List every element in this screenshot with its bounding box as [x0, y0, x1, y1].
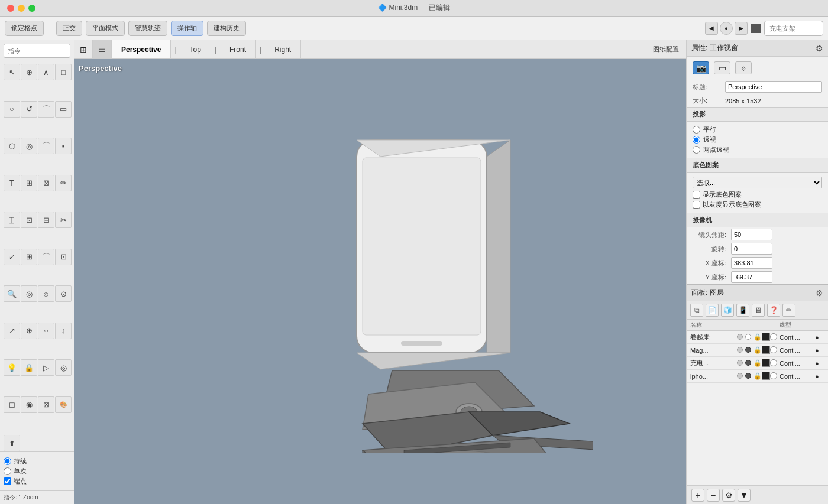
x-coord-input[interactable] [731, 257, 772, 269]
color-tool[interactable]: 🎨 [55, 396, 72, 413]
polygon-tool[interactable]: ⬡ [4, 138, 20, 154]
layers-icon-7[interactable]: ✏ [782, 304, 795, 317]
box-tool[interactable]: ▭ [55, 101, 72, 118]
layer-row[interactable]: 充电... 🔒 Conti... ● [687, 357, 828, 370]
perspective-radio[interactable] [693, 136, 700, 144]
fillet-tool[interactable]: ⌒ [38, 249, 54, 265]
close-button[interactable] [7, 5, 14, 12]
text-tool[interactable]: T [4, 175, 20, 191]
minimize-button[interactable] [18, 5, 25, 12]
select-tool[interactable]: ↖ [4, 64, 20, 80]
zoom-window[interactable]: ⌾ [38, 285, 54, 302]
parallel-option[interactable]: 平行 [693, 125, 822, 134]
layers-settings-button[interactable]: ⚙ [816, 288, 823, 298]
perspective-view-icon[interactable]: ⟐ [735, 61, 752, 74]
hatch-tool[interactable]: ⊠ [38, 396, 54, 413]
mirror-v-tool[interactable]: ↕ [55, 323, 72, 339]
camera-view-icon[interactable]: 📷 [693, 61, 709, 74]
circle-tool[interactable]: ○ [4, 101, 20, 118]
grid-tool[interactable]: ⊞ [21, 175, 37, 191]
point-tool[interactable]: ⊕ [21, 64, 37, 80]
forward-button[interactable]: ▶ [735, 22, 748, 35]
render-tool[interactable]: ▷ [38, 359, 54, 376]
drawing-config-button[interactable]: 图纸配置 [646, 40, 686, 58]
layer-row[interactable]: ipho... 🔒 Conti... ● [687, 370, 828, 383]
extrude-tool[interactable]: ⌶ [4, 212, 20, 228]
viewport-canvas[interactable]: Perspective [74, 59, 686, 504]
layer-options-button[interactable]: ⚙ [722, 489, 735, 502]
object-search-input[interactable] [764, 21, 823, 36]
maximize-button[interactable] [28, 5, 35, 12]
trim-tool[interactable]: ✂ [55, 212, 72, 228]
subtract-tool[interactable]: ⊟ [38, 212, 54, 228]
focal-input[interactable] [731, 229, 772, 240]
layer-more-button[interactable]: ▼ [738, 489, 751, 502]
home-button[interactable]: ● [720, 22, 733, 35]
nurbs-tool[interactable]: ⌒ [38, 138, 54, 154]
edit-tool[interactable]: ✏ [55, 175, 72, 191]
two-point-option[interactable]: 两点透视 [693, 145, 822, 154]
stop-button[interactable] [751, 24, 761, 33]
curve-tool[interactable]: ∧ [38, 64, 54, 80]
back-button[interactable]: ◀ [705, 22, 718, 35]
bg-select[interactable]: 选取... [693, 177, 822, 188]
top-tab[interactable]: Top [180, 40, 211, 58]
parallel-radio[interactable] [693, 126, 700, 134]
rotate-input[interactable] [731, 243, 772, 255]
patch-tool[interactable]: ⊡ [55, 249, 72, 265]
dot-tool[interactable]: ◉ [21, 396, 37, 413]
mesh-tool[interactable]: ⊡ [21, 212, 37, 228]
smart-track-button[interactable]: 智慧轨迹 [128, 21, 167, 36]
layer-row[interactable]: Mag... 🔒 Conti... ● [687, 344, 828, 357]
layers-icon-6[interactable]: ❓ [767, 304, 780, 317]
layers-icon-5[interactable]: 🖥 [752, 304, 765, 317]
snap-checkbox[interactable] [4, 477, 11, 485]
command-input[interactable] [4, 44, 70, 58]
single-view-icon[interactable]: ▭ [93, 40, 112, 58]
continuous-radio[interactable] [4, 457, 11, 465]
camera-tool[interactable]: ◎ [55, 359, 72, 376]
ortho-view-icon[interactable]: ▭ [714, 61, 730, 74]
show-bg-checkbox[interactable] [693, 191, 700, 199]
target-tool[interactable]: ◎ [21, 138, 37, 154]
right-tab[interactable]: Right [265, 40, 301, 58]
arc-tool[interactable]: ⌒ [38, 101, 54, 118]
front-tab[interactable]: Front [220, 40, 256, 58]
surface-tool[interactable]: □ [55, 64, 72, 80]
layers-icon-4[interactable]: 📱 [736, 304, 749, 317]
props-settings-button[interactable]: ⚙ [816, 44, 823, 53]
layers-icon-3[interactable]: 🧊 [721, 304, 734, 317]
perspective-tab[interactable]: Perspective [112, 40, 171, 58]
array-tool[interactable]: ⊞ [21, 249, 37, 265]
zoom-tool[interactable]: 🔍 [4, 285, 20, 302]
build-history-button[interactable]: 建构历史 [207, 21, 246, 36]
layer-row[interactable]: 卷起来 🔒 Conti... ● [687, 331, 828, 344]
dimension-tool[interactable]: ⊠ [38, 175, 54, 191]
grid-view-icon[interactable]: ⊞ [74, 40, 93, 58]
operation-axis-button[interactable]: 操作轴 [171, 21, 203, 36]
layers-icon-2[interactable]: 📄 [706, 304, 719, 317]
lock-grid-button[interactable]: 锁定格点 [5, 21, 44, 36]
solid-tool[interactable]: ▪ [55, 138, 72, 154]
move-tool[interactable]: ↗ [4, 323, 20, 339]
mirror-h-tool[interactable]: ↔ [38, 323, 54, 339]
add-layer-button[interactable]: + [691, 489, 704, 502]
gray-bg-checkbox[interactable] [693, 201, 700, 209]
layer-tool[interactable]: ◻ [4, 396, 20, 413]
light-tool[interactable]: 💡 [4, 359, 20, 376]
zoom-target[interactable]: ◎ [21, 285, 37, 302]
orthographic-button[interactable]: 正交 [56, 21, 82, 36]
scale-tool[interactable]: ⤢ [4, 249, 20, 265]
remove-layer-button[interactable]: − [707, 489, 720, 502]
layers-icon-1[interactable]: ⧉ [690, 304, 703, 317]
two-point-radio[interactable] [693, 146, 700, 154]
lock-tool[interactable]: 🔒 [21, 359, 37, 376]
rotate-tool[interactable]: ↺ [21, 101, 37, 118]
zoom-all[interactable]: ⊙ [55, 285, 72, 302]
y-coord-input[interactable] [731, 271, 772, 283]
planar-mode-button[interactable]: 平面模式 [86, 21, 125, 36]
copy-tool[interactable]: ⊕ [21, 323, 37, 339]
perspective-option[interactable]: 透视 [693, 135, 822, 144]
extra-tool[interactable]: ⬆ [4, 435, 20, 451]
single-radio[interactable] [4, 467, 11, 475]
